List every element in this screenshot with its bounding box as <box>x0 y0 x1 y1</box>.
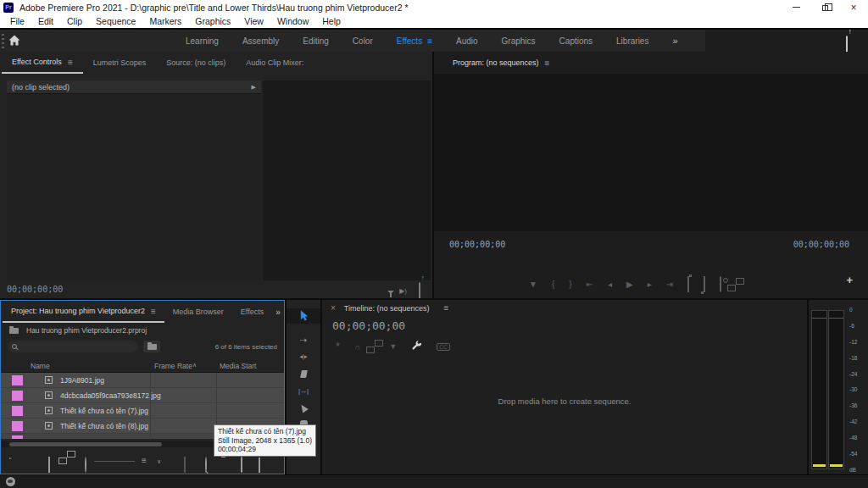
workspace-tab-libraries[interactable]: Libraries <box>604 36 660 46</box>
column-frame-rate[interactable]: Frame Rate <box>154 362 192 370</box>
workspace-tab-color[interactable]: Color <box>341 36 385 46</box>
menu-window[interactable]: Window <box>270 16 315 26</box>
creative-cloud-sync-icon[interactable] <box>6 477 15 486</box>
panel-overflow-chevron[interactable]: » <box>275 308 281 317</box>
column-name[interactable]: Name <box>31 362 50 370</box>
label-swatch[interactable] <box>12 391 23 401</box>
minimize-button[interactable] <box>782 0 810 14</box>
panel-close-icon[interactable]: × <box>331 303 336 313</box>
close-button[interactable]: × <box>839 0 868 14</box>
razor-tool[interactable] <box>287 366 320 381</box>
automate-to-sequence-button[interactable] <box>184 458 186 473</box>
tab-project[interactable]: Project: Hau truong phim Vietproducer2≡ <box>3 301 164 323</box>
column-media-start[interactable]: Media Start <box>220 362 256 370</box>
workspace-tab-audio[interactable]: Audio <box>444 36 490 46</box>
menu-help[interactable]: Help <box>315 16 348 26</box>
restore-button[interactable] <box>810 0 839 14</box>
export-frame-button[interactable] <box>419 283 420 298</box>
search-input[interactable] <box>20 342 131 351</box>
workspace-tab-captions[interactable]: Captions <box>548 36 604 46</box>
workspace-tab-effects[interactable]: Effects≡ <box>385 36 444 46</box>
list-item[interactable]: Thiết kế chưa có tên (7).jpg <box>1 403 284 419</box>
workspace-overflow-chevron[interactable]: » <box>660 36 689 46</box>
label-swatch[interactable] <box>12 421 23 431</box>
add-marker-button[interactable]: ▼ <box>529 280 537 290</box>
zoom-slider-track[interactable] <box>94 461 135 462</box>
find-button[interactable] <box>205 458 207 473</box>
new-item-button[interactable] <box>241 458 242 473</box>
home-button[interactable] <box>8 34 20 49</box>
panel-menu-icon[interactable]: ≡ <box>444 303 449 313</box>
workspace-tabs: Learning Assembly Editing Color Effects≡… <box>174 30 690 52</box>
go-to-in-button[interactable]: ⇤ <box>587 280 593 290</box>
step-back-button[interactable]: ◂ <box>608 280 612 290</box>
sort-icons-button[interactable]: ≡ <box>142 456 147 465</box>
play-audio-button[interactable]: ▶) <box>399 287 407 295</box>
ripple-edit-tool[interactable]: ◂|▸ <box>287 349 320 364</box>
panel-menu-icon[interactable]: ≡ <box>68 58 73 67</box>
snap-button[interactable]: ∩ <box>354 342 360 352</box>
timeline-settings-button[interactable] <box>411 339 422 354</box>
lift-button[interactable] <box>687 277 689 292</box>
tab-source-monitor[interactable]: Source: (no clips) <box>156 52 236 74</box>
tab-program-monitor[interactable]: Program: (no sequences)≡ <box>442 52 559 74</box>
play-button[interactable]: ▶ <box>626 280 633 290</box>
collapse-arrow-icon[interactable]: ▶ <box>252 84 256 91</box>
tab-effect-controls[interactable]: Effect Controls≡ <box>2 52 83 74</box>
list-item[interactable]: 1J9A8901.jpg <box>1 373 284 388</box>
breadcrumb[interactable]: Hau truong phim Vietproducer2.prproj <box>9 326 147 335</box>
menu-view[interactable]: View <box>237 16 270 26</box>
tab-lumetri-scopes[interactable]: Lumetri Scopes <box>83 52 157 74</box>
icon-view-button[interactable] <box>48 458 50 473</box>
panel-menu-icon[interactable]: ≡ <box>151 307 156 316</box>
workspace-tab-menu-icon[interactable]: ≡ <box>427 36 432 46</box>
captions-button[interactable]: CC <box>437 343 449 351</box>
workspace-tab-graphics[interactable]: Graphics <box>490 36 548 46</box>
button-editor-button[interactable]: + <box>846 274 853 286</box>
panel-menu-icon[interactable]: ≡ <box>545 58 550 68</box>
slip-tool[interactable]: |↔| <box>287 383 320 398</box>
menu-clip[interactable]: Clip <box>60 16 89 26</box>
menu-file[interactable]: File <box>3 16 31 26</box>
tab-effects[interactable]: Effects <box>232 301 272 323</box>
timeline-timecode[interactable]: 00;00;00;00 <box>332 319 405 332</box>
tab-timeline[interactable]: Timeline: (no sequences) <box>344 304 430 313</box>
track-select-forward-tool[interactable]: ⇢ <box>287 332 320 347</box>
clear-button[interactable] <box>259 458 260 473</box>
export-frame-button[interactable] <box>720 277 721 292</box>
menu-graphics[interactable]: Graphics <box>188 16 237 26</box>
extract-button[interactable] <box>704 277 705 292</box>
create-search-bin-button[interactable] <box>143 341 160 352</box>
column-divider[interactable] <box>150 373 151 440</box>
meter-tick: -18 <box>849 355 857 361</box>
tab-media-browser[interactable]: Media Browser <box>164 301 232 323</box>
drop-media-hint[interactable]: Drop media here to create sequence. <box>322 396 807 406</box>
workspace-tab-editing[interactable]: Editing <box>291 36 341 46</box>
quick-export-button[interactable] <box>846 36 848 52</box>
scrollbar-thumb[interactable] <box>9 442 162 446</box>
mark-out-button[interactable]: } <box>569 280 571 290</box>
step-forward-button[interactable]: ▸ <box>648 280 652 290</box>
menu-markers[interactable]: Markers <box>142 16 188 26</box>
tab-audio-clip-mixer[interactable]: Audio Clip Mixer: <box>236 52 314 74</box>
menu-edit[interactable]: Edit <box>31 16 60 26</box>
nest-toggle-button[interactable]: * <box>336 343 340 350</box>
selection-tool[interactable] <box>287 308 320 324</box>
title-bar: Pr Adobe Premiere Pro 2021 - D:\graphic … <box>0 0 868 14</box>
panel-grip[interactable] <box>2 34 4 48</box>
add-marker-button[interactable]: ▼ <box>389 342 397 351</box>
menu-sequence[interactable]: Sequence <box>89 16 142 26</box>
mark-in-button[interactable]: { <box>552 280 554 290</box>
label-swatch[interactable] <box>12 375 23 385</box>
label-swatch[interactable] <box>12 406 23 416</box>
pen-tool[interactable] <box>287 400 320 415</box>
workspace-tab-learning[interactable]: Learning <box>174 36 231 46</box>
extract-icon <box>704 276 705 292</box>
sort-ascending-icon[interactable]: ∧ <box>192 362 197 369</box>
list-item[interactable]: 4dcbcada05f9caa793e8172.jpg <box>1 388 284 403</box>
sort-caret-icon[interactable]: ∨ <box>157 458 161 465</box>
workspace-tab-assembly[interactable]: Assembly <box>231 36 291 46</box>
zoom-slider-thumb[interactable] <box>85 458 86 473</box>
clip-header-bar[interactable]: (no clip selected) ▶ <box>7 80 261 94</box>
go-to-out-button[interactable]: ⇥ <box>666 280 673 290</box>
